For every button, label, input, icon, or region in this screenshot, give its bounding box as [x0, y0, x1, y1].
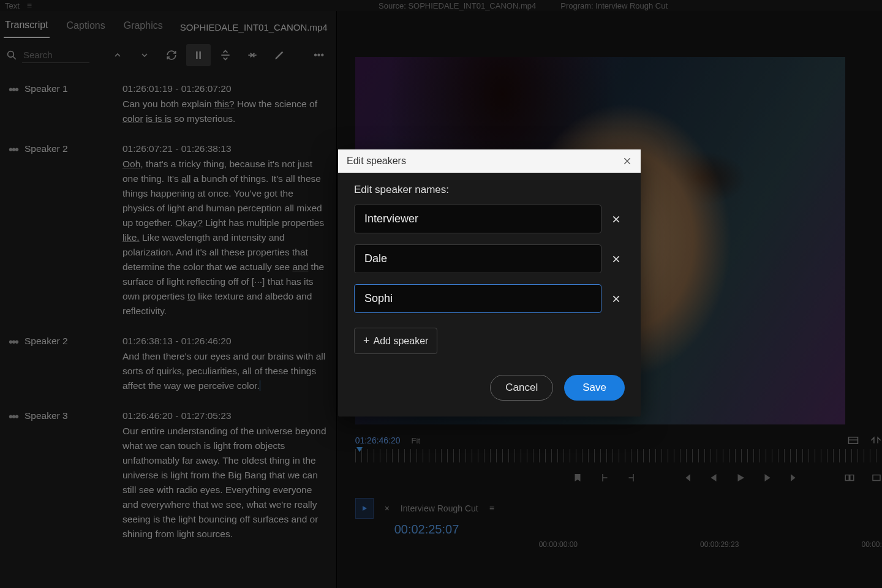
add-speaker-button[interactable]: + Add speaker	[354, 328, 437, 354]
dialog-label: Edit speaker names:	[354, 184, 625, 196]
chevron-down-icon[interactable]	[132, 44, 157, 66]
remove-speaker-icon[interactable]	[611, 214, 625, 224]
transcript-entry[interactable]: ••• Speaker 3 01:26:46:20 - 01:27:05:23 …	[6, 404, 330, 552]
source-label: Source: SOPHIEDALE_INT01_CANON.mp4	[379, 1, 536, 10]
svg-rect-2	[196, 51, 198, 59]
more-icon[interactable]: •••	[307, 44, 331, 66]
pause-segments-icon[interactable]	[186, 44, 211, 66]
timeline-marks: 00:00:00:00 00:00:29:23 00:00:59:22	[355, 540, 882, 549]
search-icon	[5, 48, 18, 62]
add-speaker-label: Add speaker	[374, 336, 429, 347]
set-out-icon[interactable]	[626, 472, 637, 483]
step-forward-icon[interactable]	[762, 472, 773, 483]
export-frame-icon[interactable]	[848, 436, 859, 445]
segment-text[interactable]: And then there's our eyes and our brains…	[123, 349, 328, 393]
close-sequence-icon[interactable]: ×	[385, 503, 390, 513]
segment-text[interactable]: Our entire understanding of the universe…	[123, 424, 328, 541]
timeline-mark: 00:00:00:00	[539, 540, 578, 549]
time-ruler[interactable]	[355, 449, 882, 462]
player-timecode[interactable]: 01:26:46:20	[355, 435, 401, 445]
timeline-mark: 00:00:29:23	[700, 540, 739, 549]
fit-dropdown[interactable]: Fit	[412, 436, 445, 445]
insert-below-icon[interactable]	[240, 44, 265, 66]
entry-menu-icon[interactable]: •••	[9, 146, 24, 153]
speaker-label: Speaker 1	[24, 83, 68, 94]
chevron-up-icon[interactable]	[105, 44, 130, 66]
svg-rect-8	[845, 475, 849, 481]
goto-in-icon[interactable]	[681, 472, 692, 483]
svg-rect-10	[873, 475, 880, 481]
insert-icon[interactable]	[844, 472, 855, 483]
playback-controls	[355, 472, 882, 483]
panel-menu-icon[interactable]: ≡	[27, 1, 32, 10]
goto-out-icon[interactable]	[789, 472, 800, 483]
remove-speaker-icon[interactable]	[611, 254, 625, 264]
speaker-name-input[interactable]	[354, 284, 601, 313]
entry-menu-icon[interactable]: •••	[9, 338, 24, 345]
timeline-play-icon[interactable]	[355, 498, 374, 519]
file-name: SOPHIEDALE_INT01_CANON.mp4	[180, 22, 333, 32]
svg-rect-3	[199, 51, 201, 59]
tab-captions[interactable]: Captions	[66, 17, 107, 37]
segment-text[interactable]: Can you both explain this? How the scien…	[123, 97, 328, 126]
svg-line-1	[13, 56, 16, 59]
transcript-entry[interactable]: ••• Speaker 2 01:26:38:13 - 01:26:46:20 …	[6, 330, 330, 404]
comparison-icon[interactable]	[870, 436, 882, 445]
set-in-icon[interactable]	[599, 472, 610, 483]
svg-rect-9	[850, 475, 854, 481]
cancel-button[interactable]: Cancel	[490, 375, 553, 401]
timecode: 01:26:01:19 - 01:26:07:20	[123, 83, 328, 94]
timeline-timecode[interactable]: 00:02:25:07	[394, 522, 882, 537]
speaker-label: Speaker 2	[24, 336, 68, 347]
dialog-title: Edit speakers	[347, 156, 406, 167]
entry-menu-icon[interactable]: •••	[9, 413, 24, 420]
timeline-mark: 00:00:59:22	[861, 540, 882, 549]
remove-speaker-icon[interactable]	[611, 294, 625, 304]
mark-in-icon[interactable]	[572, 472, 583, 483]
segment-text[interactable]: Ooh, that's a tricky thing, because it's…	[123, 157, 328, 318]
speaker-label: Speaker 3	[24, 410, 68, 421]
play-icon[interactable]	[735, 472, 746, 483]
insert-above-icon[interactable]	[213, 44, 238, 66]
tab-graphics[interactable]: Graphics	[123, 17, 164, 37]
save-button[interactable]: Save	[564, 375, 625, 401]
search-input[interactable]	[22, 47, 89, 63]
transcript-list: ••• Speaker 1 01:26:01:19 - 01:26:07:20 …	[0, 72, 336, 588]
transcript-entry[interactable]: ••• Speaker 2 01:26:07:21 - 01:26:38:13 …	[6, 137, 330, 330]
close-icon[interactable]	[622, 156, 632, 166]
transcript-entry[interactable]: ••• Speaker 1 01:26:01:19 - 01:26:07:20 …	[6, 77, 330, 137]
tab-transcript[interactable]: Transcript	[4, 16, 50, 38]
speaker-name-input[interactable]	[354, 244, 601, 273]
timecode: 01:26:07:21 - 01:26:38:13	[123, 143, 328, 154]
sequence-name[interactable]: Interview Rough Cut	[401, 503, 478, 513]
pencil-icon[interactable]	[267, 44, 292, 66]
panel-title: Text	[5, 1, 20, 10]
step-back-icon[interactable]	[708, 472, 719, 483]
edit-speakers-dialog: Edit speakers Edit speaker names: + Add …	[338, 149, 641, 417]
timecode: 01:26:38:13 - 01:26:46:20	[123, 336, 328, 347]
program-label: Program: Interview Rough Cut	[560, 1, 668, 10]
svg-point-0	[8, 51, 14, 58]
plus-icon: +	[363, 334, 370, 347]
timecode: 01:26:46:20 - 01:27:05:23	[123, 410, 328, 421]
speaker-label: Speaker 2	[24, 143, 68, 154]
refresh-icon[interactable]	[159, 44, 184, 66]
speaker-name-input[interactable]	[354, 205, 601, 233]
entry-menu-icon[interactable]: •••	[9, 86, 24, 93]
overwrite-icon[interactable]	[871, 472, 882, 483]
sequence-menu-icon[interactable]: ≡	[489, 503, 494, 513]
